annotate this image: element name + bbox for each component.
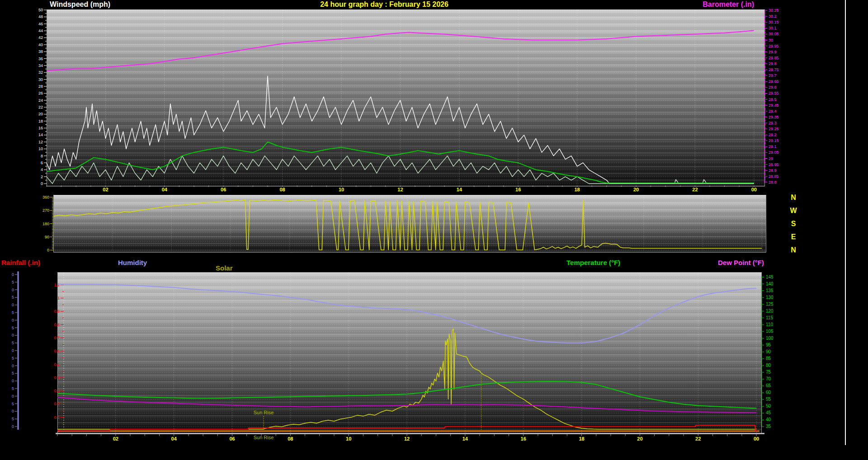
hour-label: 20 <box>633 187 639 192</box>
x-axis-bar <box>56 433 764 434</box>
temperature-tick-label: 35 <box>766 424 771 429</box>
windspeed-tick-label: 18 <box>38 119 43 123</box>
windspeed-tick-label: 4 <box>41 167 43 172</box>
compass-label-e: E <box>788 233 799 241</box>
windspeed-tick-label: 8 <box>41 154 43 158</box>
compass-label-n-top: N <box>788 194 799 202</box>
humidity-tick-label: 5 <box>12 280 14 285</box>
compass-label-w: W <box>788 207 799 215</box>
desktop: { "header": { "windspeed_title": "Windsp… <box>0 0 868 460</box>
temperature-tick-label: 105 <box>766 329 774 334</box>
barometer-tick-label: 29.05 <box>769 150 779 155</box>
hour-label: 10 <box>339 187 344 192</box>
humidity-tick-label: 0 <box>12 288 14 292</box>
hour-label: 18 <box>574 187 580 192</box>
humidity-tick-label: 5 <box>12 341 14 345</box>
humidity-tick-label: 0 <box>12 394 14 398</box>
humidity-tick-label: 0 <box>12 272 14 277</box>
barometer-tick-label: 29.75 <box>769 67 779 72</box>
hour-label: 06 <box>221 187 226 192</box>
daily-rainfall-line <box>57 425 758 431</box>
windspeed-tick-label: 34 <box>38 63 43 68</box>
weather-graph-screen: 0246810121416182022242628303234363840424… <box>0 0 868 460</box>
hour-label: 16 <box>521 436 526 441</box>
barometer-tick-label: 29.7 <box>769 73 777 78</box>
humidity-tick-label: 0 <box>12 409 14 413</box>
humidity-tick-label: 5 <box>12 356 14 360</box>
rainfall-tick-label: 1 <box>57 296 60 300</box>
hour-label: 08 <box>288 436 293 441</box>
windspeed-tick-label: 28 <box>38 84 43 89</box>
humidity-tick-label: 5 <box>12 295 14 299</box>
barometer-tick-label: 30 <box>769 38 773 43</box>
hour-label: 22 <box>692 187 698 192</box>
barometer-tick-label: 30.05 <box>769 32 779 36</box>
rainfall-tick-label: 0.7 <box>54 336 60 340</box>
barometer-tick-label: 28.8 <box>769 180 777 185</box>
windspeed-tick-label: 32 <box>38 70 43 75</box>
temperature-tick-label: 120 <box>766 308 774 313</box>
temperature-tick-label: 90 <box>766 349 771 354</box>
graph-canvas: 0246810121416182022242628303234363840424… <box>0 0 868 460</box>
humidity-tick-label: 0 <box>12 303 14 307</box>
hour-label: 10 <box>346 436 351 441</box>
rainfall-tick-label: 0.5 <box>54 362 60 367</box>
page-title: 24 hour graph day : February 15 2026 <box>276 0 493 9</box>
hour-label: 12 <box>404 436 410 441</box>
barometer-line <box>47 31 754 71</box>
windspeed-tick-label: 50 <box>38 8 43 12</box>
humidity-tick-label: 5 <box>12 386 14 391</box>
humidity-tick-label: 5 <box>12 326 14 330</box>
windspeed-tick-label: 16 <box>38 126 43 130</box>
compass-label-n-bottom: N <box>788 246 799 254</box>
hour-label: 04 <box>162 187 168 192</box>
hour-label: 08 <box>279 187 285 192</box>
hour-label: 22 <box>695 436 701 441</box>
windspeed-tick-label: 6 <box>41 161 43 165</box>
hour-label: 02 <box>103 187 108 192</box>
hour-label: 04 <box>171 436 177 441</box>
wind-direction-line <box>53 200 762 250</box>
humidity-tick-label: 5 <box>12 417 14 421</box>
sun-rise-annotation: Sun Rise <box>254 410 274 415</box>
temperature-tick-label: 135 <box>766 288 774 293</box>
barometer-tick-label: 29.45 <box>769 103 779 108</box>
humidity-tick-label: 0 <box>12 424 14 429</box>
hour-label: 12 <box>397 187 403 192</box>
temperature-tick-label: 130 <box>766 295 774 300</box>
humidity-tick-label: 0 <box>12 318 14 322</box>
humidity-line <box>57 285 756 343</box>
compass-label-s: S <box>788 220 799 228</box>
humidity-tick-label: 0 <box>12 379 14 383</box>
humidity-label: Humidity <box>118 259 147 266</box>
hour-label: 00 <box>754 436 759 441</box>
window-border-line <box>845 0 846 445</box>
windspeed-tick-label: 22 <box>38 105 43 109</box>
temperature-tick-label: 95 <box>766 342 771 347</box>
rainfall-tick-label: 0.6 <box>54 349 60 353</box>
rainfall-tick-label: 0.9 <box>54 309 60 313</box>
barometer-tick-label: 28.9 <box>769 168 777 173</box>
hour-label: 18 <box>579 436 584 441</box>
windspeed-tick-label: 42 <box>38 35 43 40</box>
direction-tick-label: 180 <box>42 222 49 226</box>
windspeed-tick-label: 20 <box>38 112 43 116</box>
humidity-tick-label: 5 <box>12 371 14 375</box>
temperature-tick-label: 55 <box>766 397 771 402</box>
barometer-tick-label: 29.55 <box>769 91 779 95</box>
windspeed-tick-label: 26 <box>38 91 43 95</box>
barometer-tick-label: 29.95 <box>769 44 779 48</box>
rainfall-label: Rainfall (.in) <box>1 259 40 266</box>
humidity-tick-label: 0 <box>12 364 14 368</box>
barometer-tick-label: 29.3 <box>769 121 777 125</box>
barometer-tick-label: 29.35 <box>769 115 779 119</box>
windspeed-tick-label: 46 <box>38 22 43 26</box>
humidity-tick-label: 0 <box>12 333 14 337</box>
hour-label: 14 <box>462 436 468 441</box>
barometer-tick-label: 29.5 <box>769 97 777 102</box>
temperature-tick-label: 75 <box>766 370 771 375</box>
hour-label: 06 <box>229 436 235 441</box>
temperature-tick-label: 45 <box>766 410 771 415</box>
barometer-tick-label: 29.6 <box>769 85 777 90</box>
temperature-tick-label: 110 <box>766 322 773 327</box>
